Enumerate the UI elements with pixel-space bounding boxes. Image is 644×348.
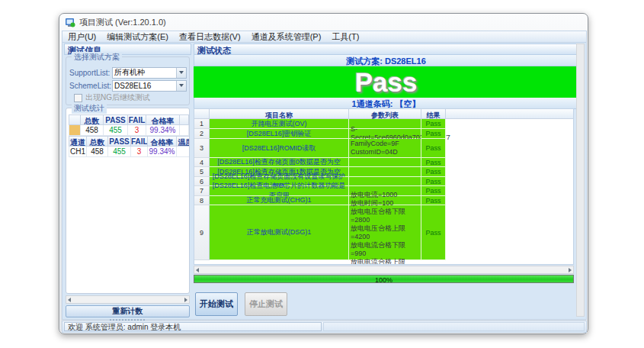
result-value: Pass [421,139,446,158]
vertical-scrollbar-track[interactable] [576,44,585,317]
left-horizontal-scrollbar[interactable] [66,295,190,304]
header-result: 结果 [421,109,446,118]
channel-pass: 455 [108,147,131,157]
scheme-line: 测试方案: DS28EL16 [194,55,578,66]
row-number: 9 [194,205,210,260]
summary-extra [180,125,189,136]
item-name: [DS28EL16]密钥验证 [210,129,349,139]
app-icon [66,18,75,27]
table-row[interactable]: 3 [DS28EL16]ROMID读取 FamilyCode=9F Custom… [194,139,573,158]
item-name: 开路电压测试(OV) [210,119,349,129]
reset-count-button[interactable]: 重新计数 [66,305,190,317]
scroll-left-icon[interactable] [68,298,71,302]
summary-col-extra [180,114,189,125]
test-status-panel: 测试状态 测试方案: DS28EL16 Pass 1通道条码: 【空】 项目名称… [194,44,578,318]
table-row[interactable]: 4 [DS28EL16]检查存储页面0数据是否为空 Pass [194,158,573,167]
checkbox-icon[interactable] [74,94,82,102]
test-info-panel: 测试信息 选择测试方案 SupportList: 所有机种 SchemeList… [64,44,191,318]
row-number: 1 [194,119,210,129]
table-row[interactable]: 2 [DS28EL16]密钥验证 S-Secret=5ce6960d0a7030… [194,129,573,139]
param-list [349,158,421,167]
stop-test-button: 停止测试 [245,292,287,316]
results-table: 项目名称 参数列表 结果 1 开路电压测试(OV) Pass 2 [DS28EL… [194,108,574,265]
title-bar[interactable]: 项目测试 (Ver:1.20.1.0) [59,14,588,31]
row-number: 3 [194,139,210,158]
test-buttons: 开始测试 停止测试 [195,292,287,316]
item-name: [DS28EL16]ROMID读取 [210,139,349,158]
row-number: 2 [194,129,210,139]
start-test-button[interactable]: 开始测试 [195,292,238,316]
menu-item-view-logs[interactable]: 查看日志数据(V) [174,31,246,43]
main-content: 测试信息 选择测试方案 SupportList: 所有机种 SchemeList… [62,43,587,320]
channel-fail: 3 [131,147,148,157]
channel-total: 458 [87,147,108,157]
summary-fail: 3 [128,125,146,136]
results-table-header: 项目名称 参数列表 结果 [194,109,573,119]
channel-temp [177,147,189,157]
header-row-number [194,109,210,118]
channel-col-channel: 通道 [69,136,87,147]
scheme-list-select[interactable]: DS28EL16 [112,80,187,92]
channel-col-total: 总数 [87,136,108,147]
table-row[interactable]: 9 正常放电测试(DSG)1 放电电流=1000 放电时间=100 放电电压合格… [194,205,573,260]
channel-rate: 99.34% [148,147,177,157]
window-title: 项目测试 (Ver:1.20.1.0) [79,17,166,28]
scroll-right-icon[interactable] [184,298,187,302]
scheme-list-value: DS28EL16 [113,82,176,90]
selected-row-indicator[interactable] [69,125,81,136]
status-bar: 欢迎 系统管理员: admin 登录本机 [62,321,587,333]
param-list: FamilyCode=9F CustomID=04D [349,139,421,158]
row-number: 8 [194,196,210,205]
scroll-left-icon[interactable] [196,268,199,272]
channel-name: CH1 [69,147,87,157]
row-number: 4 [194,158,210,167]
summary-col-blank [69,114,81,125]
channel-col-rate: 合格率 [148,136,177,147]
test-stats-group: 测试统计 总数 PASS FAIL 合格率 458 455 3 99.34% [66,108,190,294]
channel-col-fail: FAIL [131,136,148,147]
progress-bar: 100% [194,275,574,283]
scheme-list-label: SchemeList: [69,82,112,90]
result-value: Pass [421,186,446,196]
results-horizontal-scrollbar[interactable] [194,266,574,274]
item-name: [DS28EL16]检查存储页面0数据是否为空 [210,158,349,167]
ng-continue-checkbox[interactable]: 出现NG后继续测试 [74,92,150,103]
row-number: 5 [194,167,210,177]
chevron-down-icon[interactable] [176,68,186,78]
menu-item-user[interactable]: 用户(U) [62,31,101,43]
scroll-right-icon[interactable] [569,268,572,272]
result-value: Pass [421,129,446,139]
result-value: Pass [421,167,446,177]
summary-total: 458 [81,125,104,136]
status-bar-spacer [323,322,585,331]
menu-bar: 用户(U) 编辑测试方案(E) 查看日志数据(V) 通道及系统管理(P) 工具(… [62,31,587,43]
result-value: Pass [421,196,446,205]
summary-pass: 455 [104,125,128,136]
ng-continue-label: 出现NG后继续测试 [85,92,150,103]
result-banner: Pass [194,66,578,98]
summary-col-pass: PASS [104,114,128,125]
row-number: 6 [194,177,210,186]
item-name: 正常充电测试(CHG)1 [210,196,349,205]
progress-label: 100% [194,276,573,282]
scheme-select-group: 选择测试方案 SupportList: 所有机种 SchemeList: DS2… [66,56,190,105]
row-number: 7 [194,186,210,196]
scheme-group-title: 选择测试方案 [72,52,122,63]
menu-item-edit-scheme[interactable]: 编辑测试方案(E) [101,31,174,43]
header-item-name: 项目名称 [210,109,349,118]
chevron-down-icon[interactable] [176,81,186,91]
channel-stats-table: 通道 总数 PASS FAIL 合格率 温度 上次 CH1 458 455 3 … [69,136,189,157]
status-text: 欢迎 系统管理员: admin 登录本机 [64,322,322,331]
menu-item-tools[interactable]: 工具(T) [326,31,364,43]
summary-col-total: 总数 [81,114,104,125]
menu-item-channel-system[interactable]: 通道及系统管理(P) [246,31,327,43]
summary-col-fail: FAIL [128,114,146,125]
summary-rate: 99.34% [146,125,180,136]
param-list [349,177,421,186]
support-list-label: SupportList: [69,69,112,77]
channel-col-pass: PASS [108,136,131,147]
test-status-header: 测试状态 [194,44,578,55]
summary-col-rate: 合格率 [146,114,180,125]
support-list-select[interactable]: 所有机种 [112,67,187,79]
barcode-line: 1通道条码: 【空】 [194,98,578,109]
